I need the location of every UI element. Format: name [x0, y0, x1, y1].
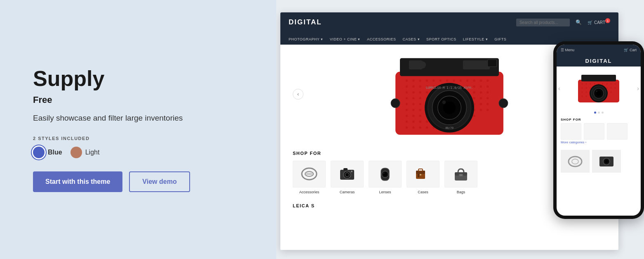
style-blue[interactable]: Blue: [33, 147, 62, 158]
mobile-header: ☰ Menu 🛒 Cart: [557, 45, 641, 55]
mobile-cart-icon[interactable]: 🛒 Cart: [624, 48, 637, 52]
svg-point-6: [439, 80, 441, 82]
svg-point-10: [466, 80, 468, 82]
cart-label: CART: [594, 20, 605, 25]
mobile-carousel-left[interactable]: ‹: [558, 85, 560, 92]
svg-point-50: [473, 97, 475, 99]
lenses-icon: [375, 165, 395, 183]
search-icon[interactable]: 🔍: [576, 19, 582, 25]
nav-photography[interactable]: PHOTOGRAPHY ▾: [289, 37, 323, 41]
store-logo: DIGITAL: [289, 18, 322, 26]
svg-point-159: [611, 88, 612, 89]
svg-rect-123: [306, 173, 313, 175]
svg-point-90: [406, 121, 408, 123]
category-accessories[interactable]: Accessories: [293, 161, 326, 194]
svg-point-65: [487, 103, 489, 105]
svg-point-30: [426, 91, 428, 93]
style-light[interactable]: Light: [71, 147, 100, 158]
accessories-img: [293, 161, 326, 188]
svg-point-4: [426, 80, 428, 82]
category-lenses[interactable]: Lenses: [369, 161, 402, 194]
light-label: Light: [85, 149, 100, 156]
svg-point-24: [473, 86, 475, 88]
lenses-label: Lenses: [379, 190, 391, 194]
svg-rect-135: [418, 169, 423, 171]
theme-description: Easily showcase and filter large invento…: [33, 113, 243, 124]
svg-point-8: [453, 80, 455, 82]
nav-sport[interactable]: SPORT OPTICS: [426, 37, 456, 41]
svg-point-64: [480, 103, 482, 105]
blue-label: Blue: [48, 149, 62, 156]
store-header-right: 🔍 🛒 CART 1: [516, 19, 610, 26]
mobile-logo: DIGITAL: [557, 55, 641, 67]
mobile-preview: ☰ Menu 🛒 Cart DIGITAL ‹: [553, 41, 644, 219]
nav-gifts[interactable]: GIFTS: [494, 37, 506, 41]
right-panel: DIGITAL 🔍 🛒 CART 1 PHOTOGRAPHY ▾ VIDEO +…: [276, 0, 644, 259]
mobile-dot-1: [594, 112, 596, 114]
svg-point-143: [582, 83, 583, 85]
svg-point-37: [473, 91, 475, 93]
svg-point-81: [419, 115, 421, 117]
svg-point-145: [590, 83, 591, 85]
svg-point-38: [480, 91, 482, 93]
svg-point-13: [487, 80, 489, 82]
mobile-carousel-right[interactable]: ›: [637, 85, 639, 92]
svg-point-5: [432, 80, 435, 82]
svg-rect-110: [488, 59, 497, 67]
carousel-arrow-left[interactable]: ‹: [293, 89, 303, 100]
left-panel: Supply Free Easily showcase and filter l…: [0, 0, 276, 259]
svg-rect-109: [463, 60, 490, 69]
mobile-cat-2: [584, 123, 604, 140]
svg-point-116: [442, 100, 446, 104]
category-bags[interactable]: Bags: [444, 161, 477, 194]
cameras-img: [331, 161, 364, 188]
svg-point-146: [594, 83, 595, 85]
cameras-icon: [337, 165, 357, 183]
mobile-bottom-products: [557, 147, 641, 173]
nav-lifestyle[interactable]: LIFESTYLE ▾: [463, 37, 488, 41]
styles-label: 2 STYLES INCLUDED: [33, 136, 243, 141]
cases-label: Cases: [418, 190, 428, 194]
svg-point-89: [473, 115, 475, 117]
svg-point-12: [480, 80, 482, 82]
svg-rect-136: [418, 174, 419, 177]
nav-cases[interactable]: CASES ▾: [403, 37, 420, 41]
svg-point-148: [602, 83, 604, 85]
cart-badge: 1: [605, 18, 610, 23]
svg-point-126: [345, 173, 349, 177]
svg-point-25: [480, 86, 482, 88]
nav-accessories[interactable]: ACCESSORIES: [367, 37, 396, 41]
search-input[interactable]: [516, 19, 570, 26]
svg-point-108: [419, 61, 426, 68]
svg-point-39: [487, 91, 489, 93]
nav-video[interactable]: VIDEO + CINE ▾: [330, 37, 360, 41]
svg-point-185: [605, 160, 608, 163]
mobile-menu-icon[interactable]: ☰ Menu: [561, 48, 574, 52]
mobile-cat-3: [607, 123, 628, 140]
view-demo-button[interactable]: View demo: [129, 171, 190, 192]
svg-point-53: [406, 103, 408, 105]
cart-button[interactable]: 🛒 CART 1: [588, 20, 610, 25]
svg-point-132: [383, 173, 385, 174]
svg-point-40: [406, 97, 408, 99]
lenses-img: [369, 161, 402, 188]
start-theme-button[interactable]: Start with this theme: [33, 171, 122, 192]
mobile-product-2: [592, 150, 621, 173]
svg-point-100: [412, 126, 414, 128]
mobile-dot-2: [598, 112, 600, 114]
mobile-categories: [557, 123, 641, 140]
svg-point-14: [406, 86, 408, 88]
cameras-label: Cameras: [340, 190, 355, 194]
svg-text:00/79: 00/79: [445, 126, 454, 130]
svg-point-41: [412, 97, 414, 99]
mobile-dot-3: [602, 112, 604, 114]
svg-point-99: [406, 126, 408, 128]
store-header: DIGITAL 🔍 🛒 CART 1 PHOTOGRAPHY ▾ VIDEO +…: [280, 12, 618, 45]
mobile-more-categories[interactable]: More categories ›: [557, 140, 641, 147]
svg-point-141: [461, 175, 462, 176]
category-cameras[interactable]: Cameras: [331, 161, 364, 194]
svg-point-11: [473, 80, 475, 82]
svg-point-16: [419, 86, 421, 88]
category-cases[interactable]: Cases: [407, 161, 440, 194]
svg-point-92: [419, 121, 421, 123]
